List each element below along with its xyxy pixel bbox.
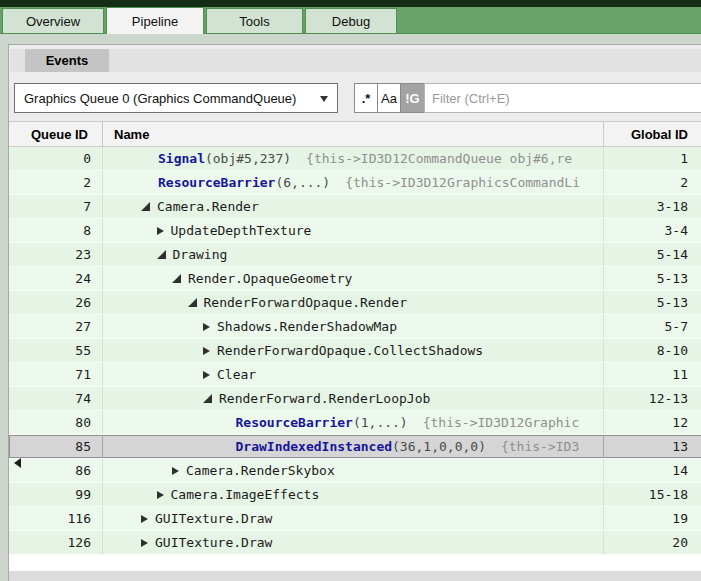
event-row-86[interactable]: 86Camera.RenderSkybox14 [9, 459, 701, 483]
event-label: RenderForwardOpaque.CollectShadows [217, 343, 483, 358]
global-id-cell: 12-13 [604, 387, 701, 410]
api-call-name: Signal [158, 151, 205, 166]
group-filter-toggle-button[interactable]: !G [400, 83, 425, 113]
event-row-126[interactable]: 126GUITexture.Draw20 [9, 531, 701, 555]
expand-arrow-icon[interactable] [157, 227, 164, 235]
collapse-arrow-icon[interactable] [203, 394, 212, 403]
scroll-left-icon[interactable] [14, 458, 21, 468]
filter-input[interactable] [424, 83, 701, 113]
name-cell: Shadows.RenderShadowMap [103, 315, 604, 338]
expand-arrow-icon[interactable] [203, 323, 210, 331]
queue-id-cell: 80 [9, 411, 103, 434]
name-cell: Camera.ImageEffects [103, 483, 604, 506]
global-id-cell: 1 [604, 147, 701, 170]
event-row-26[interactable]: 26RenderForwardOpaque.Render5-13 [9, 291, 701, 315]
tab-pipeline[interactable]: Pipeline [106, 7, 204, 34]
name-cell: GUITexture.Draw [103, 507, 604, 530]
global-id-cell: 13 [604, 435, 701, 458]
collapse-arrow-icon[interactable] [157, 250, 166, 259]
api-call-name: DrawIndexedInstanced [236, 439, 393, 454]
expand-arrow-icon[interactable] [203, 371, 210, 379]
column-header-queue-id[interactable]: Queue ID [9, 122, 103, 146]
collapse-arrow-icon[interactable] [141, 202, 150, 211]
global-id-cell: 3-18 [604, 195, 701, 218]
api-call-name: ResourceBarrier [236, 415, 353, 430]
expand-arrow-icon[interactable] [141, 539, 148, 547]
tab-overview[interactable]: Overview [2, 8, 104, 33]
expand-arrow-icon[interactable] [141, 515, 148, 523]
event-row-85[interactable]: 85DrawIndexedInstanced(36,1,0,0,0){this-… [9, 435, 701, 459]
event-row-55[interactable]: 55RenderForwardOpaque.CollectShadows8-10 [9, 339, 701, 363]
global-id-cell: 11 [604, 363, 701, 386]
event-label: Drawing [173, 247, 228, 262]
event-row-71[interactable]: 71Clear11 [9, 363, 701, 387]
api-call-context: {this->ID3D12GraphicsCommandLi [345, 175, 580, 190]
name-cell: Render.OpaqueGeometry [103, 267, 604, 290]
expand-arrow-icon[interactable] [172, 467, 179, 475]
global-id-cell: 3-4 [604, 219, 701, 242]
queue-id-cell: 26 [9, 291, 103, 314]
name-cell: ResourceBarrier(1,...){this->ID3D12Graph… [103, 411, 604, 434]
event-row-27[interactable]: 27Shadows.RenderShadowMap5-7 [9, 315, 701, 339]
queue-id-cell: 85 [9, 435, 103, 458]
name-cell: RenderForwardOpaque.CollectShadows [103, 339, 604, 362]
name-cell: Clear [103, 363, 604, 386]
queue-id-cell: 0 [9, 147, 103, 170]
queue-id-cell: 8 [9, 219, 103, 242]
collapse-arrow-icon[interactable] [172, 274, 181, 283]
window-top-strip [0, 0, 701, 7]
chevron-down-icon [320, 96, 328, 102]
regex-toggle-button[interactable]: .* [354, 83, 378, 113]
event-row-8[interactable]: 8UpdateDepthTexture3-4 [9, 219, 701, 243]
global-id-cell: 5-13 [604, 267, 701, 290]
global-id-cell: 12 [604, 411, 701, 434]
event-row-7[interactable]: 7Camera.Render3-18 [9, 195, 701, 219]
name-cell: Signal(obj#5,237){this->ID3D12CommandQue… [103, 147, 604, 170]
event-label: Camera.Render [157, 199, 259, 214]
collapse-arrow-icon[interactable] [188, 298, 197, 307]
queue-id-cell: 55 [9, 339, 103, 362]
queue-id-cell: 23 [9, 243, 103, 266]
event-row-2[interactable]: 2ResourceBarrier(6,...){this->ID3D12Grap… [9, 171, 701, 195]
event-label: UpdateDepthTexture [171, 223, 312, 238]
events-panel: Events Graphics Queue 0 (Graphics Comman… [8, 44, 701, 581]
event-label: Camera.RenderSkybox [186, 463, 335, 478]
queue-id-cell: 24 [9, 267, 103, 290]
name-cell: Drawing [103, 243, 604, 266]
event-label: Shadows.RenderShadowMap [217, 319, 397, 334]
api-call-args: (1,...) [353, 415, 408, 430]
name-cell: UpdateDepthTexture [103, 219, 604, 242]
name-cell: RenderForward.RenderLoopJob [103, 387, 604, 410]
event-label: RenderForward.RenderLoopJob [219, 391, 430, 406]
case-sensitive-toggle-button[interactable]: Aa [377, 83, 401, 113]
event-row-74[interactable]: 74RenderForward.RenderLoopJob12-13 [9, 387, 701, 411]
event-label: Render.OpaqueGeometry [188, 271, 352, 286]
main-tabbar: OverviewPipelineToolsDebug [0, 7, 701, 34]
tab-tools[interactable]: Tools [206, 8, 303, 33]
queue-id-cell: 7 [9, 195, 103, 218]
name-cell: RenderForwardOpaque.Render [103, 291, 604, 314]
name-cell: Camera.RenderSkybox [103, 459, 604, 482]
global-id-cell: 5-13 [604, 291, 701, 314]
global-id-cell: 19 [604, 507, 701, 530]
event-row-99[interactable]: 99Camera.ImageEffects15-18 [9, 483, 701, 507]
event-row-24[interactable]: 24Render.OpaqueGeometry5-13 [9, 267, 701, 291]
expand-arrow-icon[interactable] [157, 491, 164, 499]
event-label: Camera.ImageEffects [171, 487, 320, 502]
queue-dropdown[interactable]: Graphics Queue 0 (Graphics CommandQueue) [14, 83, 338, 113]
event-label: GUITexture.Draw [155, 511, 272, 526]
column-header-name[interactable]: Name [103, 122, 604, 146]
event-row-23[interactable]: 23Drawing5-14 [9, 243, 701, 267]
event-label: Clear [217, 367, 256, 382]
column-header-global-id[interactable]: Global ID [604, 122, 701, 146]
panel-bottom-strip [9, 571, 701, 581]
tab-debug[interactable]: Debug [305, 8, 397, 33]
tab-events[interactable]: Events [25, 49, 109, 72]
api-call-name: ResourceBarrier [158, 175, 275, 190]
api-call-args: (6,...) [275, 175, 330, 190]
event-row-0[interactable]: 0Signal(obj#5,237){this->ID3D12CommandQu… [9, 147, 701, 171]
expand-arrow-icon[interactable] [203, 347, 210, 355]
name-cell: Camera.Render [103, 195, 604, 218]
event-row-116[interactable]: 116GUITexture.Draw19 [9, 507, 701, 531]
event-row-80[interactable]: 80ResourceBarrier(1,...){this->ID3D12Gra… [9, 411, 701, 435]
